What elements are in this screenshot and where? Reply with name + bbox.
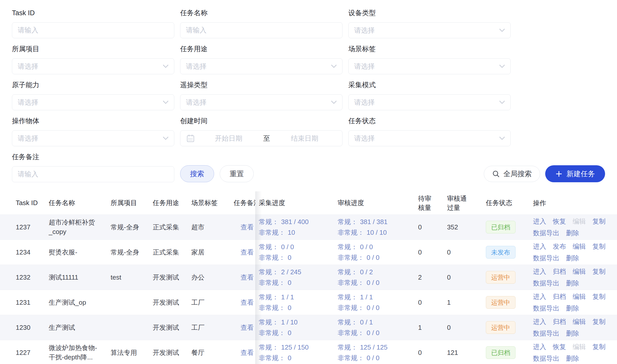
action-link[interactable]: 复制 — [592, 317, 606, 326]
field-label: 操作物体 — [12, 117, 174, 125]
field-label: 采集模式 — [348, 81, 511, 89]
progress-line: 常规：381 / 381 — [338, 218, 415, 226]
action-link[interactable]: 删除 — [566, 254, 579, 262]
chevron-down-icon — [499, 137, 505, 140]
action-link[interactable]: 删除 — [566, 329, 579, 338]
table-row: 1234 熨烫衣服- 常规-全身 正式采集 家居 查看 常规：0 / 0非常规：… — [0, 240, 617, 265]
view-note-link[interactable]: 查看 — [241, 248, 254, 256]
cell-task-note: 查看 — [234, 273, 259, 282]
cell-scene-tag: 家居 — [191, 248, 234, 257]
field-label: 场景标签 — [348, 45, 511, 53]
filter-field-teleop-type: 遥操类型 请选择 — [180, 81, 342, 110]
action-link[interactable]: 删除 — [566, 279, 579, 287]
filter-field-task-note: 任务备注 — [12, 153, 174, 182]
filter-field-device-type: 设备类型 请选择 — [348, 9, 511, 38]
action-link[interactable]: 复制 — [592, 292, 606, 301]
task-id-input[interactable] — [12, 22, 174, 38]
action-link[interactable]: 复制 — [592, 217, 606, 226]
table-row: 1232 测试11111 test 开发测试 办公 查看 常规：2 / 245非… — [0, 265, 617, 290]
action-link[interactable]: 删除 — [566, 304, 579, 313]
scene-tag-select[interactable]: 请选择 — [348, 58, 511, 74]
global-search-button[interactable]: 全局搜索 — [484, 166, 540, 182]
project-select[interactable]: 请选择 — [12, 58, 174, 74]
teleop-type-select[interactable]: 请选择 — [180, 94, 342, 110]
col-passed-count: 审核通过量 — [444, 194, 486, 212]
operation-object-select[interactable]: 请选择 — [12, 130, 174, 146]
progress-line: 非常规：0 / 0 — [338, 329, 415, 337]
task-status-select[interactable]: 请选择 — [348, 130, 511, 146]
cell-review-progress: 常规：0 / 1非常规：0 / 0 — [338, 318, 415, 337]
action-link[interactable]: 删除 — [566, 229, 579, 237]
action-link[interactable]: 数据导出 — [533, 279, 559, 287]
status-badge: 运营中 — [486, 296, 516, 309]
action-link[interactable]: 发布 — [553, 242, 566, 251]
action-link[interactable]: 归档 — [553, 317, 566, 326]
action-link[interactable]: 恢复 — [553, 342, 566, 351]
cell-task-name: 测试11111 — [49, 273, 111, 282]
cell-task-note: 查看 — [234, 323, 259, 332]
view-note-link[interactable]: 查看 — [241, 349, 254, 356]
cell-collect-progress: 常规：1 / 1非常规：0 — [259, 293, 338, 312]
cell-purpose: 正式采集 — [153, 223, 191, 232]
progress-line: 常规：0 / 0 — [259, 243, 338, 251]
action-link[interactable]: 归档 — [553, 267, 566, 276]
action-link[interactable]: 复制 — [592, 242, 606, 251]
progress-line: 非常规：0 — [259, 279, 338, 287]
cell-review-progress: 常规：125 / 125非常规：0 / 0 — [338, 343, 415, 362]
progress-line: 常规：2 / 245 — [259, 268, 338, 276]
table-header: Task ID 任务名称 所属项目 任务用途 场景标签 任务备注 采集进度 审核… — [0, 191, 617, 215]
view-note-link[interactable]: 查看 — [241, 299, 254, 306]
action-link[interactable]: 编辑 — [573, 292, 586, 301]
action-link[interactable]: 数据导出 — [533, 329, 559, 338]
action-link[interactable]: 进入 — [533, 242, 546, 251]
create-task-button[interactable]: 新建任务 — [545, 165, 605, 182]
field-label: 设备类型 — [348, 9, 511, 17]
cell-actions: 进入归档编辑复制数据导出删除 — [533, 292, 617, 313]
cell-purpose: 正式采集 — [153, 248, 191, 257]
action-link[interactable]: 复制 — [592, 342, 606, 351]
cell-collect-progress: 常规：0 / 0非常规：0 — [259, 243, 338, 262]
view-note-link[interactable]: 查看 — [241, 324, 254, 331]
progress-line: 常规：0 / 1 — [338, 318, 415, 326]
action-link[interactable]: 编辑 — [573, 242, 586, 251]
action-link[interactable]: 进入 — [533, 342, 546, 351]
progress-line: 常规：1 / 10 — [259, 318, 338, 326]
progress-line: 常规：1 / 1 — [259, 293, 338, 301]
action-link[interactable]: 复制 — [592, 267, 606, 276]
col-pending-count: 待审核量 — [415, 194, 444, 212]
action-link[interactable]: 数据导出 — [533, 354, 559, 363]
device-type-select[interactable]: 请选择 — [348, 22, 511, 38]
action-link[interactable]: 数据导出 — [533, 254, 559, 262]
search-button[interactable]: 搜索 — [180, 165, 214, 182]
action-link[interactable]: 进入 — [533, 267, 546, 276]
filter-field-atomic-capability: 原子能力 请选择 — [12, 81, 174, 110]
table-body: 1237 超市冷鲜柜补货_copy 常规-全身 正式采集 超市 查看 常规：38… — [0, 215, 617, 364]
action-link[interactable]: 数据导出 — [533, 229, 559, 237]
create-time-range-picker[interactable]: 开始日期 至 结束日期 — [180, 130, 342, 146]
status-badge: 已归档 — [486, 346, 516, 359]
action-link[interactable]: 进入 — [533, 292, 546, 301]
action-link[interactable]: 进入 — [533, 217, 546, 226]
action-link[interactable]: 编辑 — [573, 317, 586, 326]
atomic-capability-select[interactable]: 请选择 — [12, 94, 174, 110]
reset-button[interactable]: 重置 — [220, 165, 254, 182]
action-link[interactable]: 归档 — [553, 292, 566, 301]
action-link[interactable]: 恢复 — [553, 217, 566, 226]
cell-pending-count: 0 — [415, 299, 444, 306]
view-note-link[interactable]: 查看 — [241, 223, 254, 231]
collection-mode-select[interactable]: 请选择 — [348, 94, 511, 110]
action-link[interactable]: 进入 — [533, 317, 546, 326]
task-note-input[interactable] — [12, 166, 174, 182]
select-placeholder: 请选择 — [354, 134, 499, 143]
task-purpose-select[interactable]: 请选择 — [180, 58, 342, 74]
filter-form: Task ID 任务名称 设备类型 请选择 所属项目 请选择 任务用途 请选择 … — [0, 0, 617, 153]
task-name-input[interactable] — [180, 22, 342, 38]
filter-field-create-time: 创建时间 开始日期 至 结束日期 — [180, 117, 342, 146]
action-link[interactable]: 数据导出 — [533, 304, 559, 313]
action-link[interactable]: 删除 — [566, 354, 579, 363]
cell-passed-count: 352 — [444, 223, 486, 231]
view-note-link[interactable]: 查看 — [241, 274, 254, 281]
progress-line: 常规：125 / 150 — [259, 343, 338, 351]
action-link[interactable]: 编辑 — [573, 267, 586, 276]
col-project: 所属项目 — [111, 198, 153, 208]
